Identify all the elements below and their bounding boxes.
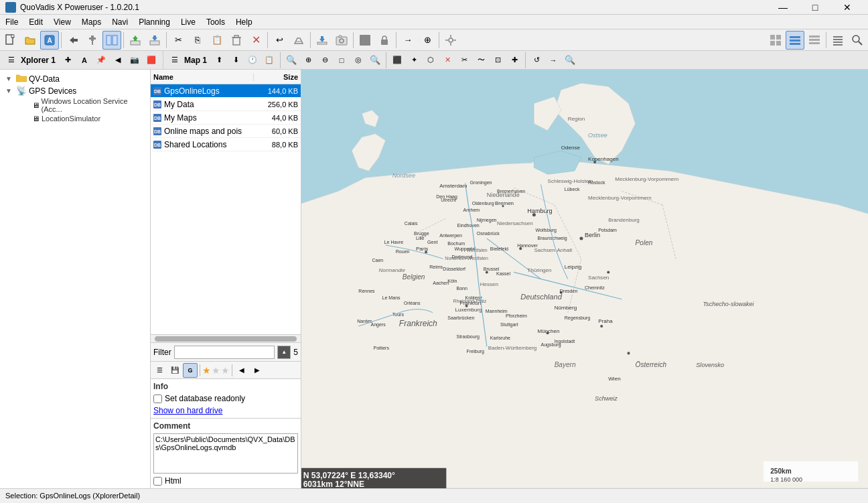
forward-button[interactable]: → xyxy=(399,31,417,50)
svg-text:Ingolstadt: Ingolstadt xyxy=(555,339,575,344)
menu-navi[interactable]: Navi xyxy=(106,15,133,29)
zoom-fit-map[interactable]: 🔍 xyxy=(368,53,382,68)
new-button[interactable] xyxy=(1,31,20,50)
menu-planning[interactable]: Planning xyxy=(133,15,175,29)
file-item-gpsonlinelogs[interactable]: DB GpsOnlineLogs 144,0 KB xyxy=(151,84,301,98)
xplorer-add-button[interactable]: ✚ xyxy=(60,53,75,68)
pin-button[interactable] xyxy=(83,31,102,50)
wave-map[interactable]: 〜 xyxy=(474,53,488,68)
scissors-map[interactable]: ✂ xyxy=(457,53,472,68)
menu-tools[interactable]: Tools xyxy=(201,15,230,29)
xplorer-text-button[interactable]: A xyxy=(77,53,92,68)
tree-item-gps[interactable]: ▼ 📡 GPS Devices xyxy=(3,85,147,96)
clear-button[interactable] xyxy=(289,31,308,50)
detail-view-button[interactable] xyxy=(805,31,824,50)
maximize-button[interactable]: □ xyxy=(800,0,830,15)
menu-edit[interactable]: Edit xyxy=(23,15,48,29)
find-map[interactable]: 🔍 xyxy=(563,53,577,68)
layer-up-button[interactable]: ⬆ xyxy=(212,53,226,68)
list-view-button[interactable] xyxy=(786,31,804,50)
file-item-mydata[interactable]: DB My Data 256,0 KB xyxy=(151,98,301,111)
select-star-map[interactable]: ✦ xyxy=(407,53,421,68)
svg-text:N 53,07224° E 13,63340°: N 53,07224° E 13,63340° xyxy=(303,471,395,480)
filter-triangle-button[interactable]: ▲ xyxy=(277,346,291,359)
refresh-map-btn[interactable]: ↺ xyxy=(529,53,544,68)
close-item-button[interactable]: ✕ xyxy=(246,31,265,50)
star-2[interactable]: ★ xyxy=(212,365,220,376)
view-toggle[interactable] xyxy=(102,31,121,50)
minimize-button[interactable]: — xyxy=(768,0,798,15)
readonly-checkbox[interactable] xyxy=(153,394,162,403)
show-hard-drive-link[interactable]: Show on hard drive xyxy=(153,406,222,415)
download-button[interactable] xyxy=(313,31,332,50)
zoom-oval-map[interactable]: ◎ xyxy=(351,53,366,68)
info-tab-label: Info xyxy=(153,382,298,391)
search-all-button[interactable] xyxy=(848,31,867,50)
html-checkbox[interactable] xyxy=(153,477,162,486)
zoom-in-map[interactable]: 🔍 xyxy=(284,53,299,68)
layer-down-button[interactable]: ⬇ xyxy=(228,53,243,68)
tools-button[interactable] xyxy=(441,31,460,50)
mode2-button[interactable] xyxy=(356,31,374,50)
tree-item-location[interactable]: 🖥 Windows Location Service (Acc... xyxy=(3,96,147,114)
menu-file[interactable]: File xyxy=(0,15,23,29)
delete-button[interactable] xyxy=(227,31,246,50)
columns-button[interactable] xyxy=(828,31,847,50)
horizontal-scrollbar[interactable] xyxy=(151,334,301,342)
star-3[interactable]: ★ xyxy=(221,365,230,376)
close-button[interactable]: ✕ xyxy=(832,0,863,15)
map-menu-button[interactable]: ☰ xyxy=(167,53,182,68)
undo-button[interactable]: ↩ xyxy=(270,31,289,50)
lock-button[interactable] xyxy=(375,31,394,50)
tree-label-simulator: LocationSimulator xyxy=(42,115,100,123)
prev-btn[interactable]: ◀ xyxy=(234,363,249,378)
grid-view-button[interactable] xyxy=(766,31,785,50)
import-button[interactable] xyxy=(126,31,145,50)
file-item-sharedloc[interactable]: DB Shared Locations 88,0 KB xyxy=(151,138,301,151)
select-rect-map[interactable]: ⬛ xyxy=(390,53,405,68)
menubar: File Edit View Maps Navi Planning Live T… xyxy=(0,15,868,29)
add2-button[interactable]: ⊕ xyxy=(418,31,437,50)
xplorer-camera-button[interactable]: 📷 xyxy=(127,53,142,68)
svg-marker-13 xyxy=(152,35,157,41)
time-button[interactable]: 🕐 xyxy=(245,53,260,68)
delete-map-btn[interactable]: ✕ xyxy=(440,53,455,68)
menu-maps[interactable]: Maps xyxy=(76,15,106,29)
scrollbar-thumb[interactable] xyxy=(155,336,297,342)
file-item-mymaps[interactable]: DB My Maps 44,0 KB xyxy=(151,111,301,125)
map-area[interactable]: Hamburg Berlin Paris Wien Praha München … xyxy=(301,70,868,488)
list-btn[interactable]: ☰ xyxy=(152,363,167,378)
cross-map[interactable]: ✚ xyxy=(507,53,522,68)
box-map[interactable]: ⊡ xyxy=(490,53,505,68)
zoom-plus-map[interactable]: ⊕ xyxy=(301,53,315,68)
funnel-map[interactable]: ⬡ xyxy=(423,53,438,68)
copy-map-button[interactable]: 📋 xyxy=(262,53,277,68)
xplorer-menu-button[interactable]: ☰ xyxy=(4,53,19,68)
route-map[interactable]: → xyxy=(546,53,561,68)
svg-text:Wien: Wien xyxy=(608,376,620,382)
mode-button[interactable]: A xyxy=(40,31,59,50)
screenshot-button[interactable] xyxy=(332,31,351,50)
filter-input[interactable] xyxy=(174,346,275,359)
file-item-onlinemaps[interactable]: DB Online maps and pois 60,0 KB xyxy=(151,125,301,138)
cut-button[interactable]: ✂ xyxy=(169,31,188,50)
db-btn[interactable]: G xyxy=(183,363,198,378)
next-btn[interactable]: ▶ xyxy=(250,363,265,378)
zoom-rect-map[interactable]: □ xyxy=(334,53,349,68)
xplorer-back-button[interactable]: ◀ xyxy=(111,53,125,68)
xplorer-pin-button[interactable]: 📌 xyxy=(94,53,108,68)
menu-live[interactable]: Live xyxy=(175,15,201,29)
menu-view[interactable]: View xyxy=(48,15,76,29)
menu-help[interactable]: Help xyxy=(230,15,258,29)
star-1[interactable]: ★ xyxy=(202,365,211,376)
save-btn[interactable]: 💾 xyxy=(167,363,182,378)
tree-item-simulator[interactable]: 🖥 LocationSimulator xyxy=(3,114,147,123)
back-button[interactable] xyxy=(64,31,82,50)
copy-button[interactable]: ⎘ xyxy=(188,31,207,50)
xplorer-color-button[interactable]: 🟥 xyxy=(144,53,159,68)
tree-item-qvdata[interactable]: ▼ QV-Data xyxy=(3,72,147,85)
zoom-minus-map[interactable]: ⊖ xyxy=(317,53,332,68)
paste-button[interactable]: 📋 xyxy=(208,31,226,50)
open-button[interactable] xyxy=(21,31,40,50)
export-button[interactable] xyxy=(145,31,164,50)
